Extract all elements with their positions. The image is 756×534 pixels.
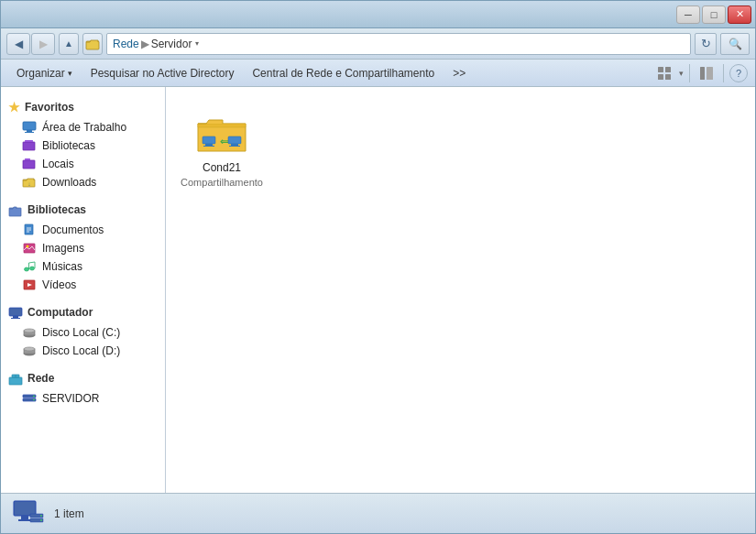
toolbar-separator (689, 64, 690, 82)
svg-rect-6 (707, 67, 713, 80)
sidebar-item-downloads[interactable]: ↓ Downloads (1, 173, 165, 191)
folder-view-toggle[interactable] (82, 33, 103, 55)
computer-section-label: Computador (27, 306, 93, 319)
svg-rect-11 (25, 140, 33, 142)
svg-rect-7 (23, 122, 36, 130)
sidebar-item-videos[interactable]: Vídeos (1, 276, 165, 294)
sidebar: ★ Favoritos Área de Trabalho (1, 87, 166, 493)
breadcrumb-separator: ▶ (141, 38, 149, 50)
view-dropdown-icon[interactable]: ▾ (679, 69, 684, 78)
svg-rect-5 (700, 67, 705, 80)
libraries-section-icon (8, 202, 23, 217)
sidebar-item-libraries[interactable]: Bibliotecas (1, 136, 165, 155)
svg-rect-13 (25, 158, 30, 160)
svg-rect-4 (665, 74, 671, 80)
favorites-icon: ★ (8, 100, 20, 114)
svg-text:↓: ↓ (28, 181, 31, 187)
svg-rect-49 (229, 146, 240, 147)
sidebar-item-desktop[interactable]: Área de Trabalho (1, 118, 165, 136)
videos-icon (21, 278, 38, 292)
sidebar-item-diskd[interactable]: Disco Local (D:) (1, 342, 165, 360)
breadcrumb-servidor: Servidor (151, 38, 192, 50)
svg-rect-48 (231, 144, 238, 146)
libraries-icon (21, 138, 38, 153)
file-subtitle: Compartilhamento (181, 176, 263, 189)
sidebar-musicas-label: Músicas (42, 260, 82, 273)
sidebar-item-musicas[interactable]: Músicas (1, 257, 165, 276)
documentos-icon (21, 223, 38, 237)
libraries-section[interactable]: Bibliotecas (1, 199, 165, 221)
sidebar-item-diskc[interactable]: Disco Local (C:) (1, 323, 165, 342)
sidebar-item-documentos[interactable]: Documentos (1, 221, 165, 239)
status-count: 1 item (54, 507, 84, 520)
favorites-label: Favoritos (25, 101, 74, 114)
diskc-icon (21, 325, 38, 340)
desktop-icon (21, 120, 38, 135)
svg-rect-8 (27, 130, 32, 132)
svg-rect-52 (18, 519, 31, 521)
close-button[interactable]: ✕ (728, 5, 751, 24)
svg-rect-2 (665, 67, 671, 72)
svg-point-56 (40, 519, 42, 521)
pane-button[interactable] (696, 63, 718, 83)
svg-rect-16 (9, 208, 21, 216)
sidebar-servidor-label: SERVIDOR (42, 392, 99, 405)
minimize-button[interactable]: ─ (676, 5, 700, 24)
sidebar-item-local[interactable]: Locais (1, 155, 165, 173)
toolbar-right: ▾ ? (653, 63, 748, 83)
network-center-label: Central de Rede e Compartilhamento (252, 67, 434, 80)
titlebar-buttons: ─ □ ✕ (676, 5, 751, 24)
svg-rect-44 (205, 144, 213, 146)
network-center-button[interactable]: Central de Rede e Compartilhamento (244, 63, 443, 83)
search-box[interactable]: 🔍 (720, 33, 750, 55)
search-ad-label: Pesquisar no Active Directory (91, 67, 235, 80)
file-name: Cond21 (203, 161, 241, 176)
svg-rect-45 (203, 146, 214, 147)
sidebar-imagens-label: Imagens (42, 242, 84, 255)
svg-rect-43 (203, 136, 215, 144)
imagens-icon (21, 241, 38, 256)
svg-rect-27 (9, 308, 22, 316)
forward-button[interactable]: ▶ (31, 33, 55, 55)
network-section[interactable]: Rede (1, 367, 165, 389)
sidebar-item-servidor[interactable]: SERVIDOR (1, 389, 165, 408)
up-button[interactable]: ▲ (59, 33, 79, 55)
svg-point-55 (40, 515, 42, 517)
help-button[interactable]: ? (729, 64, 748, 82)
network-section-icon (8, 371, 23, 386)
svg-rect-29 (11, 318, 20, 319)
sidebar-documentos-label: Documentos (42, 223, 104, 236)
organize-dropdown-icon: ▾ (68, 69, 72, 78)
svg-rect-1 (658, 67, 663, 72)
more-button[interactable]: >> (444, 63, 474, 83)
search-ad-button[interactable]: Pesquisar no Active Directory (82, 63, 243, 83)
titlebar: ─ □ ✕ (1, 1, 755, 28)
breadcrumb[interactable]: Rede ▶ Servidor ▾ (106, 33, 691, 55)
diskd-icon (21, 343, 38, 358)
file-icon-wrapper: ⟺ (194, 110, 249, 158)
computer-section[interactable]: Computador (1, 301, 165, 323)
addressbar: ◀ ▶ ▲ Rede ▶ Servidor ▾ ↻ 🔍 (1, 28, 755, 60)
breadcrumb-dropdown-icon[interactable]: ▾ (195, 39, 199, 48)
svg-rect-10 (23, 142, 35, 150)
sidebar-videos-label: Vídeos (42, 278, 76, 291)
toolbar: Organizar ▾ Pesquisar no Active Director… (1, 60, 755, 87)
organize-button[interactable]: Organizar ▾ (8, 63, 81, 83)
libraries-section-label: Bibliotecas (27, 203, 86, 216)
refresh-button[interactable]: ↻ (695, 33, 717, 55)
view-toggle-button[interactable] (653, 63, 675, 83)
svg-point-35 (24, 347, 35, 351)
favorites-section[interactable]: ★ Favoritos (1, 96, 165, 118)
back-button[interactable]: ◀ (6, 33, 30, 55)
downloads-icon: ↓ (21, 175, 38, 190)
sidebar-desktop-label: Área de Trabalho (42, 121, 126, 134)
sidebar-local-label: Locais (42, 158, 74, 170)
breadcrumb-rede: Rede (113, 38, 139, 50)
maximize-button[interactable]: □ (702, 5, 726, 24)
computer-section-icon (8, 305, 23, 320)
file-item-cond21[interactable]: ⟺ Cond21 Compartilhamento (181, 102, 263, 197)
svg-rect-50 (14, 501, 36, 516)
svg-rect-3 (658, 74, 663, 80)
sidebar-libraries-label: Bibliotecas (42, 139, 95, 152)
sidebar-item-imagens[interactable]: Imagens (1, 239, 165, 257)
